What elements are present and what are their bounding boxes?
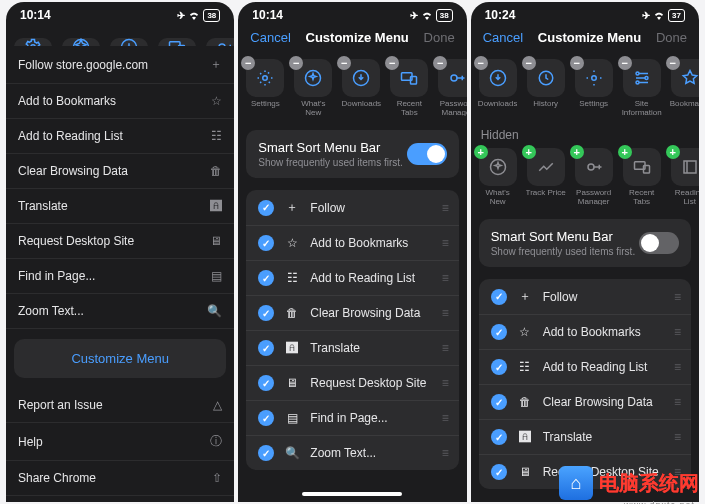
- check-icon[interactable]: ✓: [258, 375, 274, 391]
- main-menu-list: Follow store.google.com＋ Add to Bookmark…: [6, 46, 234, 329]
- reorder-item[interactable]: ✓🖥Request Desktop Site≡: [246, 366, 458, 401]
- remove-badge[interactable]: −: [666, 56, 680, 70]
- remove-badge[interactable]: −: [570, 56, 584, 70]
- menu-item-help[interactable]: Helpⓘ: [6, 423, 234, 461]
- desktop-icon: 🖥: [284, 376, 300, 390]
- cancel-button[interactable]: Cancel: [483, 30, 523, 45]
- quick-item-settings[interactable]: −Settings: [573, 59, 615, 116]
- done-button[interactable]: Done: [656, 30, 687, 45]
- drag-handle[interactable]: ≡: [674, 325, 679, 339]
- check-icon[interactable]: ✓: [258, 445, 274, 461]
- check-icon[interactable]: ✓: [491, 359, 507, 375]
- reorder-item[interactable]: ✓☷Add to Reading List≡: [246, 261, 458, 296]
- menu-item-clear-data[interactable]: Clear Browsing Data🗑: [6, 154, 234, 189]
- check-icon[interactable]: ✓: [258, 410, 274, 426]
- hidden-item-recent-tabs[interactable]: +Recent Tabs: [621, 148, 663, 205]
- menu-item-find[interactable]: Find in Page...▤: [6, 259, 234, 294]
- quick-item-password[interactable]: −Password Manager: [436, 59, 466, 116]
- cancel-button[interactable]: Cancel: [250, 30, 290, 45]
- menu-item-reading-list[interactable]: Add to Reading List☷: [6, 119, 234, 154]
- drag-handle[interactable]: ≡: [674, 360, 679, 374]
- plus-icon: ＋: [210, 56, 222, 73]
- add-badge[interactable]: +: [666, 145, 680, 159]
- trash-icon: 🗑: [517, 395, 533, 409]
- check-icon[interactable]: ✓: [258, 200, 274, 216]
- check-icon[interactable]: ✓: [258, 235, 274, 251]
- menu-item-share[interactable]: Share Chrome⇧: [6, 461, 234, 496]
- check-icon[interactable]: ✓: [491, 324, 507, 340]
- drag-handle[interactable]: ≡: [674, 430, 679, 444]
- reorder-item[interactable]: ✓🔍Zoom Text...≡: [246, 436, 458, 470]
- remove-badge[interactable]: −: [618, 56, 632, 70]
- customize-menu-button[interactable]: Customize Menu: [14, 339, 226, 378]
- quick-item-downloads[interactable]: −Downloads: [340, 59, 382, 116]
- drag-handle[interactable]: ≡: [442, 306, 447, 320]
- add-badge[interactable]: +: [618, 145, 632, 159]
- drag-handle[interactable]: ≡: [442, 236, 447, 250]
- drag-handle[interactable]: ≡: [674, 290, 679, 304]
- share-icon: ⇧: [212, 471, 222, 485]
- add-badge[interactable]: +: [474, 145, 488, 159]
- menu-item-zoom[interactable]: Zoom Text...🔍: [6, 294, 234, 329]
- drag-handle[interactable]: ≡: [442, 271, 447, 285]
- check-icon[interactable]: ✓: [491, 394, 507, 410]
- time: 10:14: [252, 8, 283, 22]
- drag-handle[interactable]: ≡: [442, 341, 447, 355]
- wifi-icon: [188, 10, 200, 20]
- hidden-item-reading-list[interactable]: +Reading List: [669, 148, 699, 205]
- hidden-item-whats-new[interactable]: +What's New: [477, 148, 519, 205]
- smart-sort-toggle[interactable]: [639, 232, 679, 254]
- menu-item-follow[interactable]: Follow store.google.com＋: [6, 46, 234, 84]
- remove-badge[interactable]: −: [522, 56, 536, 70]
- reorder-item[interactable]: ✓🅰Translate≡: [479, 420, 691, 455]
- smart-sort-toggle[interactable]: [407, 143, 447, 165]
- quick-item-whats-new[interactable]: −What's New: [292, 59, 334, 116]
- hidden-item-track-price[interactable]: +Track Price: [525, 148, 567, 205]
- check-icon[interactable]: ✓: [491, 289, 507, 305]
- drag-handle[interactable]: ≡: [442, 376, 447, 390]
- quick-item-site-info[interactable]: −Site Information: [621, 59, 663, 116]
- done-button[interactable]: Done: [424, 30, 455, 45]
- add-badge[interactable]: +: [570, 145, 584, 159]
- check-icon[interactable]: ✓: [491, 464, 507, 480]
- reorder-item[interactable]: ✓＋Follow≡: [246, 190, 458, 226]
- check-icon[interactable]: ✓: [258, 270, 274, 286]
- reorder-item[interactable]: ✓🅰Translate≡: [246, 331, 458, 366]
- airplane-icon: ✈: [177, 10, 185, 21]
- reorder-item[interactable]: ✓☆Add to Bookmarks≡: [246, 226, 458, 261]
- quick-item-recent-tabs[interactable]: −Recent Tabs: [388, 59, 430, 116]
- hidden-item-password[interactable]: +Password Manager: [573, 148, 615, 205]
- drag-handle[interactable]: ≡: [674, 395, 679, 409]
- drag-handle[interactable]: ≡: [442, 446, 447, 460]
- drag-handle[interactable]: ≡: [442, 411, 447, 425]
- reorder-item[interactable]: ✓☷Add to Reading List≡: [479, 350, 691, 385]
- reorder-item[interactable]: ✓▤Find in Page...≡: [246, 401, 458, 436]
- add-badge[interactable]: +: [522, 145, 536, 159]
- menu-item-translate[interactable]: Translate🅰: [6, 189, 234, 224]
- warn-icon: △: [213, 398, 222, 412]
- wifi-icon: [653, 10, 665, 20]
- reorder-item[interactable]: ✓☆Add to Bookmarks≡: [479, 315, 691, 350]
- quick-item-settings[interactable]: −Settings: [244, 59, 286, 116]
- menu-item-bookmarks[interactable]: Add to Bookmarks☆: [6, 84, 234, 119]
- reorder-item[interactable]: ✓＋Follow≡: [479, 279, 691, 315]
- menu-item-desktop-site[interactable]: Request Desktop Site🖥: [6, 224, 234, 259]
- smart-sort-card: Smart Sort Menu Bar Show frequently used…: [246, 130, 458, 178]
- remove-badge[interactable]: −: [474, 56, 488, 70]
- check-icon[interactable]: ✓: [491, 429, 507, 445]
- reorder-item[interactable]: ✓🗑Clear Browsing Data≡: [246, 296, 458, 331]
- airplane-icon: ✈: [642, 10, 650, 21]
- status-bar: 10:14 ✈ 38: [6, 2, 234, 24]
- drag-handle[interactable]: ≡: [442, 201, 447, 215]
- find-icon: ▤: [211, 269, 222, 283]
- plus-icon: ＋: [284, 199, 300, 216]
- reorder-item[interactable]: ✓🗑Clear Browsing Data≡: [479, 385, 691, 420]
- quick-item-history[interactable]: −History: [525, 59, 567, 116]
- quick-item-bookmarks[interactable]: −Bookmarks: [669, 59, 699, 116]
- quick-item-downloads[interactable]: −Downloads: [477, 59, 519, 116]
- svg-point-14: [591, 76, 596, 81]
- menu-item-report[interactable]: Report an Issue△: [6, 388, 234, 423]
- home-indicator[interactable]: [302, 492, 402, 496]
- check-icon[interactable]: ✓: [258, 340, 274, 356]
- check-icon[interactable]: ✓: [258, 305, 274, 321]
